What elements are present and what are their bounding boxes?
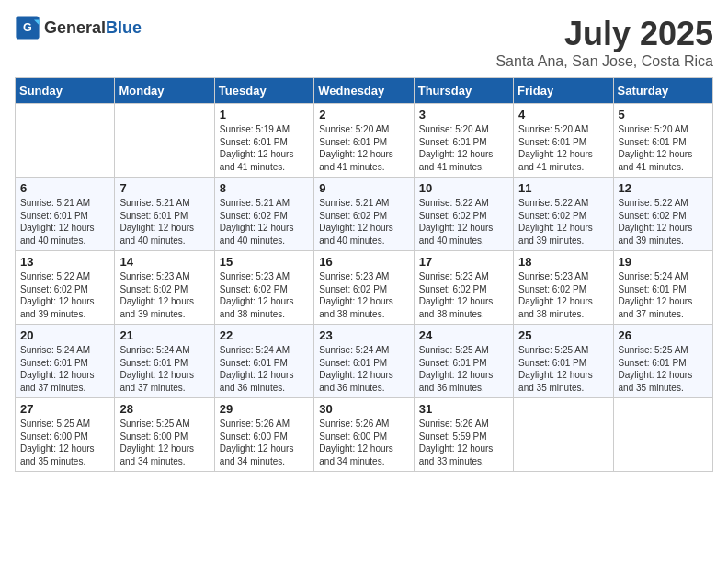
calendar-cell: 9Sunrise: 5:21 AMSunset: 6:02 PMDaylight…: [314, 178, 414, 251]
day-number: 13: [20, 255, 109, 269]
calendar-cell: 18Sunrise: 5:23 AMSunset: 6:02 PMDayligh…: [514, 251, 613, 325]
day-number: 23: [319, 328, 408, 342]
day-info: Sunrise: 5:23 AMSunset: 6:02 PMDaylight:…: [319, 270, 408, 320]
calendar-cell: 29Sunrise: 5:26 AMSunset: 6:00 PMDayligh…: [214, 398, 313, 472]
calendar-cell: 11Sunrise: 5:22 AMSunset: 6:02 PMDayligh…: [514, 178, 613, 251]
day-info: Sunrise: 5:22 AMSunset: 6:02 PMDaylight:…: [419, 197, 508, 247]
calendar-cell: 12Sunrise: 5:22 AMSunset: 6:02 PMDayligh…: [613, 178, 712, 251]
calendar-cell: 19Sunrise: 5:24 AMSunset: 6:01 PMDayligh…: [613, 251, 712, 325]
calendar-cell: 10Sunrise: 5:22 AMSunset: 6:02 PMDayligh…: [414, 178, 513, 251]
day-number: 7: [119, 181, 209, 195]
day-info: Sunrise: 5:25 AMSunset: 6:00 PMDaylight:…: [119, 418, 209, 467]
day-info: Sunrise: 5:21 AMSunset: 6:02 PMDaylight:…: [220, 197, 309, 247]
calendar-cell: [115, 104, 214, 178]
calendar-cell: 21Sunrise: 5:24 AMSunset: 6:01 PMDayligh…: [115, 325, 214, 398]
logo: G GeneralBlue: [15, 15, 142, 40]
day-number: 10: [419, 181, 508, 195]
day-info: Sunrise: 5:25 AMSunset: 6:00 PMDaylight:…: [20, 418, 109, 467]
calendar-cell: 27Sunrise: 5:25 AMSunset: 6:00 PMDayligh…: [16, 398, 115, 472]
month-year-title: July 2025: [495, 15, 713, 53]
day-number: 19: [619, 255, 708, 269]
calendar-cell: 14Sunrise: 5:23 AMSunset: 6:02 PMDayligh…: [115, 251, 214, 325]
calendar-week-row: 1Sunrise: 5:19 AMSunset: 6:01 PMDaylight…: [16, 104, 713, 178]
day-info: Sunrise: 5:25 AMSunset: 6:01 PMDaylight:…: [518, 344, 608, 394]
day-info: Sunrise: 5:20 AMSunset: 6:01 PMDaylight:…: [319, 123, 408, 173]
day-number: 25: [518, 328, 608, 342]
calendar-cell: 15Sunrise: 5:23 AMSunset: 6:02 PMDayligh…: [214, 251, 313, 325]
day-number: 2: [319, 108, 408, 121]
day-number: 8: [220, 181, 309, 195]
day-info: Sunrise: 5:23 AMSunset: 6:02 PMDaylight:…: [419, 270, 508, 320]
day-info: Sunrise: 5:23 AMSunset: 6:02 PMDaylight:…: [119, 270, 209, 320]
day-info: Sunrise: 5:24 AMSunset: 6:01 PMDaylight:…: [319, 344, 408, 394]
day-info: Sunrise: 5:19 AMSunset: 6:01 PMDaylight:…: [220, 123, 309, 173]
calendar-cell: 4Sunrise: 5:20 AMSunset: 6:01 PMDaylight…: [514, 104, 613, 178]
calendar-cell: 13Sunrise: 5:22 AMSunset: 6:02 PMDayligh…: [16, 251, 115, 325]
calendar-cell: 2Sunrise: 5:20 AMSunset: 6:01 PMDaylight…: [314, 104, 414, 178]
calendar-table: SundayMondayTuesdayWednesdayThursdayFrid…: [15, 77, 713, 472]
weekday-header-wednesday: Wednesday: [314, 78, 414, 104]
day-number: 11: [518, 181, 608, 195]
day-number: 3: [419, 108, 508, 121]
day-number: 28: [119, 402, 209, 416]
calendar-cell: 1Sunrise: 5:19 AMSunset: 6:01 PMDaylight…: [214, 104, 313, 178]
weekday-header-saturday: Saturday: [613, 78, 712, 104]
weekday-header-tuesday: Tuesday: [214, 78, 313, 104]
day-info: Sunrise: 5:23 AMSunset: 6:02 PMDaylight:…: [220, 270, 309, 320]
day-number: 6: [20, 181, 109, 195]
calendar-cell: 24Sunrise: 5:25 AMSunset: 6:01 PMDayligh…: [414, 325, 513, 398]
location-subtitle: Santa Ana, San Jose, Costa Rica: [495, 53, 713, 70]
day-info: Sunrise: 5:21 AMSunset: 6:02 PMDaylight:…: [319, 197, 408, 247]
day-info: Sunrise: 5:26 AMSunset: 6:00 PMDaylight:…: [319, 418, 408, 467]
day-info: Sunrise: 5:21 AMSunset: 6:01 PMDaylight:…: [20, 197, 109, 247]
calendar-cell: 31Sunrise: 5:26 AMSunset: 5:59 PMDayligh…: [414, 398, 513, 472]
calendar-header-row: SundayMondayTuesdayWednesdayThursdayFrid…: [16, 78, 713, 104]
day-info: Sunrise: 5:22 AMSunset: 6:02 PMDaylight:…: [20, 270, 109, 320]
day-info: Sunrise: 5:21 AMSunset: 6:01 PMDaylight:…: [119, 197, 209, 247]
day-number: 20: [20, 328, 109, 342]
calendar-cell: 25Sunrise: 5:25 AMSunset: 6:01 PMDayligh…: [514, 325, 613, 398]
calendar-cell: 23Sunrise: 5:24 AMSunset: 6:01 PMDayligh…: [314, 325, 414, 398]
calendar-cell: 6Sunrise: 5:21 AMSunset: 6:01 PMDaylight…: [16, 178, 115, 251]
calendar-cell: 16Sunrise: 5:23 AMSunset: 6:02 PMDayligh…: [314, 251, 414, 325]
calendar-week-row: 6Sunrise: 5:21 AMSunset: 6:01 PMDaylight…: [16, 178, 713, 251]
day-info: Sunrise: 5:24 AMSunset: 6:01 PMDaylight:…: [220, 344, 309, 394]
day-number: 22: [220, 328, 309, 342]
day-info: Sunrise: 5:23 AMSunset: 6:02 PMDaylight:…: [518, 270, 608, 320]
day-number: 21: [119, 328, 209, 342]
calendar-cell: 17Sunrise: 5:23 AMSunset: 6:02 PMDayligh…: [414, 251, 513, 325]
calendar-week-row: 27Sunrise: 5:25 AMSunset: 6:00 PMDayligh…: [16, 398, 713, 472]
logo-text: GeneralBlue: [44, 18, 142, 38]
day-number: 9: [319, 181, 408, 195]
calendar-cell: 5Sunrise: 5:20 AMSunset: 6:01 PMDaylight…: [613, 104, 712, 178]
calendar-week-row: 13Sunrise: 5:22 AMSunset: 6:02 PMDayligh…: [16, 251, 713, 325]
day-number: 27: [20, 402, 109, 416]
weekday-header-sunday: Sunday: [16, 78, 115, 104]
day-number: 16: [319, 255, 408, 269]
calendar-week-row: 20Sunrise: 5:24 AMSunset: 6:01 PMDayligh…: [16, 325, 713, 398]
weekday-header-monday: Monday: [115, 78, 214, 104]
calendar-cell: 3Sunrise: 5:20 AMSunset: 6:01 PMDaylight…: [414, 104, 513, 178]
day-info: Sunrise: 5:26 AMSunset: 5:59 PMDaylight:…: [419, 418, 508, 467]
day-number: 1: [220, 108, 309, 121]
day-number: 31: [419, 402, 508, 416]
day-info: Sunrise: 5:20 AMSunset: 6:01 PMDaylight:…: [619, 123, 708, 173]
weekday-header-thursday: Thursday: [414, 78, 513, 104]
calendar-cell: [613, 398, 712, 472]
weekday-header-friday: Friday: [514, 78, 613, 104]
day-info: Sunrise: 5:22 AMSunset: 6:02 PMDaylight:…: [619, 197, 708, 247]
day-number: 15: [220, 255, 309, 269]
day-info: Sunrise: 5:25 AMSunset: 6:01 PMDaylight:…: [419, 344, 508, 394]
day-number: 29: [220, 402, 309, 416]
day-info: Sunrise: 5:22 AMSunset: 6:02 PMDaylight:…: [518, 197, 608, 247]
day-number: 5: [619, 108, 708, 121]
day-number: 14: [119, 255, 209, 269]
day-info: Sunrise: 5:25 AMSunset: 6:01 PMDaylight:…: [619, 344, 708, 394]
day-number: 24: [419, 328, 508, 342]
calendar-cell: 22Sunrise: 5:24 AMSunset: 6:01 PMDayligh…: [214, 325, 313, 398]
calendar-cell: 30Sunrise: 5:26 AMSunset: 6:00 PMDayligh…: [314, 398, 414, 472]
calendar-cell: [16, 104, 115, 178]
calendar-cell: 8Sunrise: 5:21 AMSunset: 6:02 PMDaylight…: [214, 178, 313, 251]
calendar-cell: 20Sunrise: 5:24 AMSunset: 6:01 PMDayligh…: [16, 325, 115, 398]
calendar-cell: 28Sunrise: 5:25 AMSunset: 6:00 PMDayligh…: [115, 398, 214, 472]
